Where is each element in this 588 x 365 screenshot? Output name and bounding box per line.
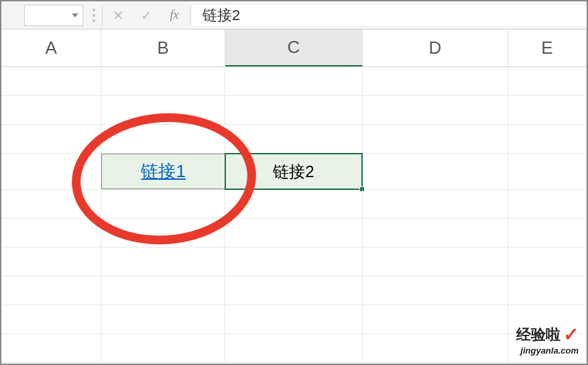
cell-c10[interactable] (225, 334, 363, 362)
cell-c8[interactable] (225, 276, 363, 305)
watermark: 经验啦 ✓ jingyanla.com (516, 323, 579, 356)
cell-b4[interactable]: 链接1 (101, 154, 225, 189)
column-header-b[interactable]: B (101, 30, 225, 66)
cell-a1[interactable] (1, 67, 101, 95)
hyperlink[interactable]: 链接1 (141, 160, 185, 183)
cell-b3[interactable] (101, 125, 225, 153)
table-row: 链接1 链接2 (1, 154, 587, 190)
cell-a9[interactable] (1, 305, 101, 333)
cell-d9[interactable] (363, 305, 508, 333)
cell-b9[interactable] (101, 305, 225, 333)
cell-c4[interactable]: 链接2 (225, 154, 363, 189)
cancel-button[interactable]: ✕ (104, 5, 132, 26)
name-box[interactable] (24, 5, 83, 26)
cell-b2[interactable] (101, 96, 225, 124)
watermark-main: 经验啦 ✓ (516, 323, 579, 346)
cell-b8[interactable] (101, 276, 225, 305)
column-header-a[interactable]: A (1, 30, 101, 66)
column-headers-row: A B C D E (1, 30, 587, 67)
check-icon: ✓ (563, 323, 579, 346)
cell-e1[interactable] (508, 67, 587, 95)
cell-a7[interactable] (1, 248, 101, 276)
cell-a2[interactable] (1, 96, 101, 124)
cell-d7[interactable] (363, 248, 508, 276)
x-icon: ✕ (113, 7, 124, 23)
cell-c3[interactable] (225, 125, 363, 153)
cell-a5[interactable] (1, 190, 101, 218)
cell-a10[interactable] (1, 334, 101, 362)
cell-text: 链接2 (273, 161, 314, 182)
dropdown-icon (72, 13, 78, 17)
divider (190, 6, 190, 25)
formula-bar: ✕ ✓ fx 链接2 (1, 1, 587, 30)
table-row (1, 276, 587, 305)
cell-e4[interactable] (508, 154, 587, 189)
divider (102, 6, 103, 25)
cell-c9[interactable] (225, 305, 363, 333)
formula-value: 链接2 (202, 5, 240, 25)
cell-c1[interactable] (225, 67, 363, 95)
cell-b5[interactable] (101, 190, 225, 218)
table-row (1, 96, 587, 125)
cell-c7[interactable] (225, 248, 363, 276)
spreadsheet-grid: A B C D E 链接1 (1, 30, 587, 363)
formula-input[interactable]: 链接2 (192, 5, 587, 26)
cell-b1[interactable] (101, 67, 225, 95)
grip-dots-icon (93, 9, 95, 22)
cell-d8[interactable] (363, 276, 508, 305)
column-header-c[interactable]: C (225, 30, 363, 66)
table-row (1, 334, 587, 363)
cell-c5[interactable] (225, 190, 363, 218)
check-icon: ✓ (141, 7, 152, 23)
table-row (1, 125, 587, 154)
grid-body: 链接1 链接2 (1, 67, 587, 363)
cell-a6[interactable] (1, 219, 101, 247)
cell-e6[interactable] (508, 219, 587, 247)
cell-c2[interactable] (225, 96, 363, 124)
cell-e5[interactable] (508, 190, 587, 218)
cell-d1[interactable] (363, 67, 508, 95)
table-row (1, 67, 587, 96)
cell-d4[interactable] (363, 154, 508, 189)
cell-d3[interactable] (363, 125, 508, 153)
cell-d6[interactable] (363, 219, 508, 247)
table-row (1, 190, 587, 219)
cell-e8[interactable] (508, 276, 587, 305)
fx-label: fx (170, 8, 179, 22)
table-row (1, 219, 587, 248)
cell-e7[interactable] (508, 248, 587, 276)
watermark-text: 经验啦 (516, 325, 561, 345)
cell-b10[interactable] (101, 334, 225, 362)
cell-e3[interactable] (508, 125, 587, 153)
confirm-button[interactable]: ✓ (132, 5, 160, 26)
watermark-url: jingyanla.com (516, 346, 579, 356)
column-header-d[interactable]: D (363, 30, 508, 66)
cell-c6[interactable] (225, 219, 363, 247)
column-header-e[interactable]: E (508, 30, 587, 66)
table-row (1, 248, 587, 276)
cell-a4[interactable] (1, 154, 101, 189)
cell-a8[interactable] (1, 276, 101, 305)
cell-d2[interactable] (363, 96, 508, 124)
cell-d10[interactable] (363, 334, 508, 362)
table-row (1, 305, 587, 334)
fx-button[interactable]: fx (160, 5, 188, 26)
cell-b6[interactable] (101, 219, 225, 247)
cell-e2[interactable] (508, 96, 587, 124)
cell-d5[interactable] (363, 190, 508, 218)
cell-a3[interactable] (1, 125, 101, 153)
cell-b7[interactable] (101, 248, 225, 276)
